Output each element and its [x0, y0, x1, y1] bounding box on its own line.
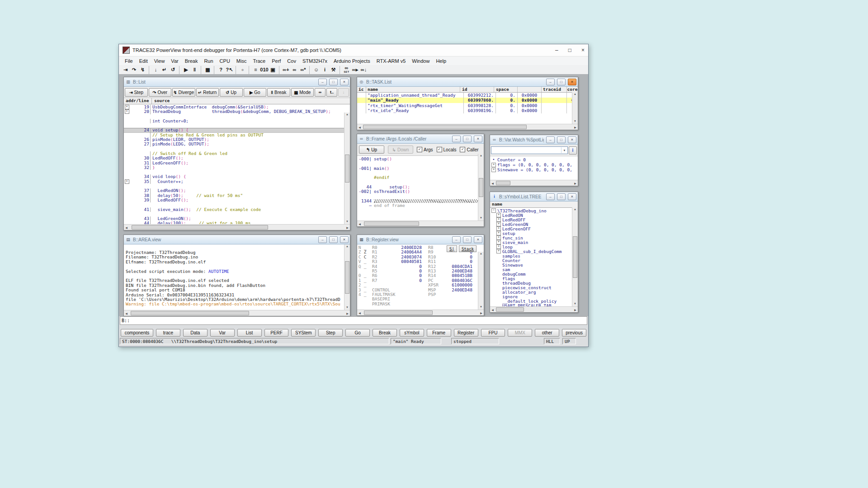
softkey-button[interactable]: Go — [345, 329, 370, 337]
frame-title-bar[interactable]: ∞ B::Frame /Args /Locals /Caller – □ × — [357, 134, 484, 144]
list-item[interactable]: • Counter = 0 — [490, 157, 578, 162]
task-title-bar[interactable]: ◎ B::TASK.List – □ × — [357, 77, 578, 87]
softkey-button[interactable]: FPU — [481, 329, 505, 337]
tree-item[interactable]: threadDebug — [490, 281, 578, 285]
tree-item[interactable]: + LedGreenON — [490, 222, 578, 226]
expand-box[interactable]: + — [496, 249, 501, 253]
breakpoint-down-icon[interactable]: ∞↓ — [359, 66, 368, 74]
break-icon[interactable]: ‖ — [190, 66, 199, 74]
tree-item[interactable]: ignore — [490, 294, 578, 299]
softkey-button[interactable]: Register — [454, 329, 478, 337]
step-return-icon[interactable]: ↵ — [160, 66, 169, 74]
scroll-right-arrow[interactable]: ▶ — [573, 182, 578, 185]
scroll-down-arrow[interactable]: ▼ — [346, 220, 349, 224]
list-title-bar[interactable]: ▥ B::List – □ × — [124, 77, 350, 87]
scroll-thumb[interactable] — [364, 221, 419, 226]
tree-item[interactable]: + LedGreenOFF — [490, 226, 578, 231]
register-vertical-scrollbar[interactable]: ▲ ▼ — [478, 252, 484, 310]
go-up-icon[interactable]: ↺ — [169, 66, 177, 74]
softkey-button[interactable]: List — [237, 329, 262, 337]
list-item[interactable]: + Sinewave = (0, 0, 0, 0, 0, 0, — [490, 167, 578, 172]
expand-box[interactable]: • — [491, 158, 496, 162]
command-line[interactable]: B:: — [120, 316, 587, 325]
menu-item[interactable]: RTX-ARM v5 — [373, 58, 409, 64]
scroll-thumb[interactable] — [496, 181, 510, 185]
stop-icon[interactable]: ● — [236, 66, 247, 74]
frame-maximize-button[interactable]: □ — [463, 136, 472, 142]
frame-close-button[interactable]: × — [474, 136, 482, 142]
list-close-button[interactable]: × — [340, 79, 349, 85]
menu-item[interactable]: Trace — [250, 58, 269, 64]
register-close-button[interactable]: × — [474, 236, 482, 243]
minimize-button[interactable]: – — [555, 47, 558, 53]
softkey-button[interactable]: Frame — [427, 329, 451, 337]
table-row[interactable]: "main"_Ready 603997860. 0. 0x0000 √ — [357, 98, 578, 103]
over-button[interactable]: ↷Over — [149, 88, 172, 97]
list-minimize-button[interactable]: – — [318, 79, 327, 85]
symbol-vertical-scrollbar[interactable]: ▲ ▼ — [572, 207, 578, 307]
tree-item[interactable]: Sinewave — [490, 263, 578, 267]
step-diverge-icon[interactable]: ↯ — [138, 66, 147, 74]
frame-row[interactable]: —end of frame — [357, 203, 484, 208]
expand-box[interactable]: + — [496, 244, 501, 249]
tree-item[interactable]: __default_lock_policy — [490, 299, 578, 303]
menu-item[interactable]: Var — [168, 58, 181, 64]
watch-close-button[interactable]: × — [568, 136, 576, 143]
expand-box[interactable]: − — [491, 208, 496, 213]
frame-row[interactable]: -000|setup() — [357, 157, 484, 161]
scroll-thumb[interactable] — [345, 261, 349, 294]
symbol-browse-button[interactable]: i — [569, 146, 577, 155]
task-minimize-button[interactable]: – — [546, 79, 555, 85]
go-button[interactable]: ▶Go — [244, 88, 267, 97]
watch-maximize-button[interactable]: □ — [557, 136, 566, 143]
step-icon[interactable]: ⇥ — [121, 66, 130, 74]
expand-box[interactable]: + — [496, 235, 501, 240]
face-icon[interactable]: ☺ — [309, 66, 321, 74]
softkey-button[interactable]: sYmbol — [400, 329, 424, 337]
tree-item[interactable]: + setup — [490, 231, 578, 235]
frame-down-icon-button[interactable]: ↓ — [338, 88, 349, 97]
menu-item[interactable]: Edit — [136, 58, 151, 64]
scroll-left-arrow[interactable]: ◀ — [124, 312, 129, 315]
scroll-up-arrow[interactable]: ▲ — [480, 154, 482, 158]
symbol-close-button[interactable]: × — [568, 193, 576, 200]
expand-box[interactable]: + — [125, 179, 129, 184]
source-line[interactable]: +20ThreadDebug threadDebug(&debugComm, D… — [124, 109, 350, 114]
breakpoint-run-icon[interactable]: ∞▸ — [351, 66, 359, 74]
frame-row[interactable]: -001|main() — [357, 166, 484, 171]
list-icon[interactable]: ≡ — [249, 66, 260, 74]
tree-item[interactable]: sam — [490, 267, 578, 272]
expand-box[interactable]: + — [496, 226, 501, 231]
expand-box[interactable]: + — [496, 240, 501, 244]
return-button[interactable]: ↵Return — [196, 88, 219, 97]
source-line[interactable]: 27pinMode(LEDG, OUTPUT); — [124, 142, 350, 146]
softkey-button[interactable]: Data — [183, 329, 208, 337]
menu-item[interactable]: STM32H7x — [299, 58, 330, 64]
table-row[interactable]: "application_unnamed_thread"_Ready 60399… — [357, 93, 578, 98]
scroll-down-arrow[interactable]: ▼ — [346, 306, 349, 310]
menu-item[interactable]: View — [151, 58, 168, 64]
person-icon[interactable]: i — [321, 66, 329, 74]
scroll-left-arrow[interactable]: ◀ — [357, 126, 362, 129]
scroll-thumb[interactable] — [132, 225, 268, 230]
menu-item[interactable]: Window — [409, 58, 433, 64]
symbol-title-bar[interactable]: i B::sYmbol.List.TREE – □ × — [490, 192, 578, 202]
scroll-thumb[interactable] — [345, 155, 349, 183]
task-maximize-button[interactable]: □ — [557, 79, 566, 85]
register-maximize-button[interactable]: □ — [463, 236, 472, 243]
softkey-button[interactable]: Break — [373, 329, 397, 337]
tree-item[interactable]: samples — [490, 253, 578, 258]
step-down-icon[interactable]: ↓ — [149, 66, 160, 74]
register-row[interactable]: 2 _ XPSR 61000000 — [357, 283, 484, 287]
frame-up-icon-button[interactable]: t.. — [326, 88, 337, 97]
watch-view-icon[interactable]: ∞ — [290, 66, 299, 74]
watch-variable-input[interactable]: ▼ — [491, 146, 568, 154]
menu-item[interactable]: Help — [433, 58, 449, 64]
expand-box[interactable]: + — [496, 213, 501, 217]
scroll-right-arrow[interactable]: ▶ — [345, 312, 350, 315]
task-close-button[interactable]: × — [568, 79, 576, 85]
scroll-up-arrow[interactable]: ▲ — [346, 113, 349, 117]
menu-item[interactable]: Arduino Projects — [330, 58, 373, 64]
tree-item[interactable]: + GLOBAL__sub_I_debugComm — [490, 249, 578, 253]
menu-item[interactable]: Break — [182, 58, 201, 64]
